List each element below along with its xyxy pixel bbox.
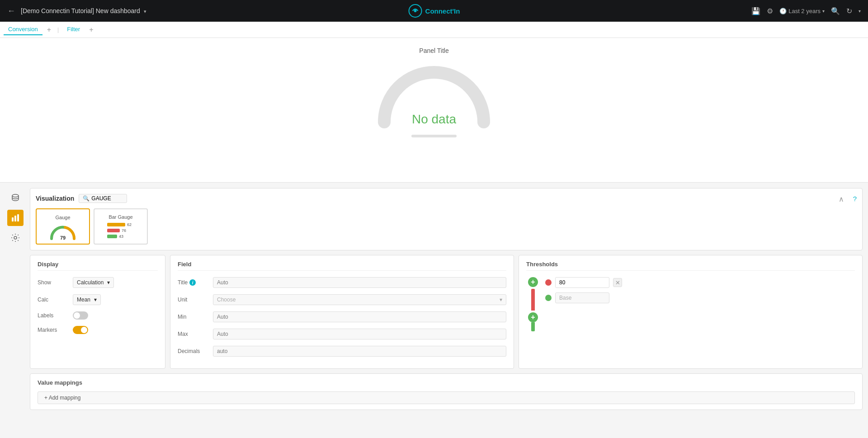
max-input[interactable] <box>213 329 506 339</box>
show-select[interactable]: Calculation ▾ <box>73 277 114 288</box>
show-label: Show <box>38 279 69 286</box>
markers-label: Markers <box>38 327 69 333</box>
svg-rect-4 <box>14 216 16 221</box>
value-mappings-title: Value mappings <box>38 379 855 386</box>
thresholds-panel-title: Thresholds <box>526 261 855 271</box>
add-mapping-button[interactable]: + Add mapping <box>38 391 855 404</box>
display-row-markers: Markers <box>38 326 158 334</box>
field-row-min: Min <box>178 311 506 322</box>
add-threshold-top-button[interactable]: + <box>528 277 538 287</box>
bar-gauge-card-label: Bar Gauge <box>108 214 132 220</box>
panel-title: Panel Title <box>419 47 448 54</box>
sidebar-data-icon[interactable] <box>7 190 24 206</box>
threshold-base-input[interactable] <box>555 292 609 303</box>
tabbar: Conversion + | Filter + <box>0 22 868 38</box>
panel-area: Panel Title No data <box>0 38 868 183</box>
viz-card-bar-gauge[interactable]: Bar Gauge 62 76 43 <box>94 208 148 245</box>
refresh-icon[interactable]: ↻ <box>846 7 852 15</box>
unit-select[interactable]: Choose ▾ <box>213 294 506 305</box>
sidebar-settings-icon[interactable] <box>7 230 24 246</box>
field-row-max: Max <box>178 329 506 339</box>
threshold-dot-red <box>545 279 552 286</box>
decimals-input[interactable] <box>213 346 506 357</box>
viz-collapse-button[interactable]: ∧ <box>839 195 844 203</box>
display-row-calc: Calc Mean ▾ <box>38 294 158 305</box>
threshold-entry-80: ✕ <box>545 277 622 288</box>
svg-rect-3 <box>12 217 14 221</box>
gauge-card-label: Gauge <box>55 215 70 220</box>
dashboard-title: [Demo Connectin Tutorial] New dashboard … <box>21 7 751 14</box>
unit-field-label: Unit <box>178 297 209 303</box>
min-input[interactable] <box>213 311 506 322</box>
threshold-bar-green <box>531 322 535 331</box>
threshold-value-80[interactable] <box>555 277 609 288</box>
visualization-selector: Visualization 🔍 ∧ ? Gauge <box>30 188 863 250</box>
viz-selector-header: Visualization 🔍 <box>36 194 857 203</box>
gauge-visualization: No data <box>375 59 493 131</box>
topbar-actions: 💾 ⚙ 🕐 Last 2 years ▾ 🔍 ↻ ▾ <box>751 7 861 15</box>
threshold-dot-green <box>545 295 552 301</box>
max-field-label: Max <box>178 331 209 337</box>
field-panel-title: Field <box>178 261 506 271</box>
save-icon[interactable]: 💾 <box>751 7 760 15</box>
editor-main: Visualization 🔍 ∧ ? Gauge <box>30 188 863 410</box>
no-data-label: No data <box>412 112 456 127</box>
threshold-remove-button[interactable]: ✕ <box>613 278 622 287</box>
gauge-mini-icon: 79 <box>49 223 76 239</box>
editor-sidebar <box>5 188 25 410</box>
svg-point-6 <box>14 236 17 239</box>
back-button[interactable]: ← <box>7 6 15 16</box>
value-mappings-section: Value mappings + Add mapping <box>30 373 863 410</box>
min-field-label: Min <box>178 314 209 320</box>
svg-point-2 <box>12 194 19 197</box>
viz-selector-title: Visualization <box>36 195 74 202</box>
tab-conversion[interactable]: Conversion <box>4 24 42 35</box>
viz-search-input[interactable] <box>91 195 123 202</box>
svg-point-1 <box>414 9 417 12</box>
field-row-title: Title i <box>178 277 506 288</box>
svg-rect-5 <box>17 214 19 221</box>
search-icon[interactable]: 🔍 <box>831 7 840 15</box>
add-filter-button[interactable]: + <box>86 25 96 35</box>
viz-cards: Gauge 79 Bar Gauge <box>36 208 857 245</box>
bar-gauge-mini-icon: 62 76 43 <box>107 222 134 239</box>
display-panel-title: Display <box>38 261 158 271</box>
topbar: ← [Demo Connectin Tutorial] New dashboar… <box>0 0 868 22</box>
labels-label: Labels <box>38 312 69 319</box>
thresholds-bar: + + <box>526 277 540 331</box>
add-tab-button[interactable]: + <box>44 25 54 35</box>
viz-card-gauge[interactable]: Gauge 79 <box>36 208 90 245</box>
labels-toggle[interactable] <box>73 311 88 320</box>
calc-label: Calc <box>38 297 69 303</box>
field-row-decimals: Decimals <box>178 346 506 357</box>
decimals-field-label: Decimals <box>178 348 209 354</box>
settings-icon[interactable]: ⚙ <box>767 7 773 15</box>
sidebar-visualization-icon[interactable] <box>7 210 24 226</box>
app-logo: Connect'In <box>408 4 460 18</box>
tab-filter[interactable]: Filter <box>62 24 85 35</box>
viz-help-button[interactable]: ? <box>853 195 857 203</box>
title-info-icon[interactable]: i <box>189 279 196 286</box>
viz-search-box[interactable]: 🔍 <box>79 194 127 203</box>
panel-resize-handle[interactable] <box>411 135 457 137</box>
display-row-labels: Labels <box>38 311 158 320</box>
threshold-bar-red <box>531 289 535 311</box>
title-field-label: Title i <box>178 279 209 286</box>
editor-area: Visualization 🔍 ∧ ? Gauge <box>0 183 868 415</box>
add-threshold-bottom-button[interactable]: + <box>528 312 538 322</box>
threshold-entry-base <box>545 292 622 303</box>
thresholds-section: + + ✕ <box>526 277 855 331</box>
svg-text:79: 79 <box>60 235 66 240</box>
field-panel: Field Title i Unit Choose ▾ M <box>170 255 514 369</box>
field-row-unit: Unit Choose ▾ <box>178 294 506 305</box>
refresh-dropdown-arrow[interactable]: ▾ <box>859 9 861 14</box>
calc-select[interactable]: Mean ▾ <box>73 294 101 305</box>
markers-toggle[interactable] <box>73 326 88 334</box>
thresholds-panel: Thresholds + + <box>519 255 863 369</box>
time-range-picker[interactable]: 🕐 Last 2 years ▾ <box>779 8 825 14</box>
tab-separator: | <box>57 27 59 33</box>
search-viz-icon: 🔍 <box>83 195 90 202</box>
title-input[interactable] <box>213 277 506 288</box>
display-row-show: Show Calculation ▾ <box>38 277 158 288</box>
clock-icon: 🕐 <box>779 8 787 14</box>
